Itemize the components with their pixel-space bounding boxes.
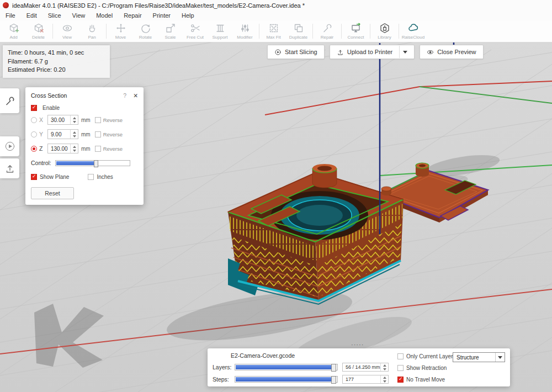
spinner-arrows[interactable]: [70, 115, 78, 124]
toolbar-separator: [341, 24, 342, 39]
axis-y-row: Y 9.00 mm Reverse: [31, 127, 138, 141]
cloud-icon: [408, 23, 419, 34]
axis-x-row: X 30.00 mm Reverse: [31, 113, 138, 127]
toolbar-separator: [399, 24, 399, 39]
scissors-icon: [190, 23, 201, 34]
preview-eye-icon: [427, 49, 434, 56]
stat-time: Time: 0 hours, 41 min, 0 sec: [8, 49, 105, 57]
structure-dropdown[interactable]: Structure: [453, 352, 505, 362]
stat-price: Estimated Price: 0.20: [8, 66, 105, 75]
reverse-x-label: Reverse: [103, 117, 123, 123]
toolbar-free-cut[interactable]: Free Cut: [183, 20, 208, 42]
spinner-arrows[interactable]: [380, 363, 388, 371]
duplicate-icon: [293, 23, 304, 34]
panel-drag-handle[interactable]: ·····: [351, 341, 364, 348]
inches-checkbox[interactable]: [88, 174, 94, 180]
menu-view[interactable]: View: [67, 12, 91, 19]
reverse-y-checkbox[interactable]: [95, 131, 101, 137]
upload-to-printer-button[interactable]: Upload to Printer: [330, 45, 415, 59]
upload-dropdown-caret[interactable]: [403, 51, 407, 54]
settings-tab[interactable]: [0, 88, 19, 113]
axis-x-value: 30.00: [48, 117, 70, 123]
toolbar-move[interactable]: Move: [108, 20, 133, 42]
spinner-arrows[interactable]: [70, 144, 78, 153]
close-preview-button[interactable]: Close Preview: [420, 45, 483, 59]
no-travel-move-checkbox[interactable]: [397, 377, 404, 383]
toolbar-library[interactable]: Library: [372, 20, 397, 42]
close-icon[interactable]: ✕: [133, 92, 138, 99]
cross-section-dialog: Cross Section ? ✕ Enable X 30.00 mm Reve…: [25, 87, 144, 205]
support-icon: [215, 23, 226, 34]
menu-help[interactable]: Help: [176, 12, 200, 19]
export-tab[interactable]: [0, 158, 19, 178]
axis-x-label: X: [39, 116, 45, 123]
spinner-arrows[interactable]: [70, 130, 78, 139]
toolbar-delete[interactable]: Delete: [26, 20, 51, 42]
show-retraction-checkbox[interactable]: [397, 365, 404, 371]
toolbar-rotate[interactable]: Rotate: [133, 20, 158, 42]
toolbar-connect[interactable]: Connect: [343, 20, 368, 42]
reset-button[interactable]: Reset: [31, 187, 74, 199]
layers-value: 56 / 14.250 mm: [343, 364, 380, 370]
dropdown-arrow[interactable]: [495, 353, 505, 362]
hexagon-library-icon: [379, 23, 390, 34]
control-slider[interactable]: [55, 160, 130, 166]
menu-edit[interactable]: Edit: [21, 12, 43, 19]
toolbar-pan[interactable]: Pan: [79, 20, 104, 42]
spinner-arrows[interactable]: [380, 375, 388, 383]
steps-value: 177: [343, 377, 380, 382]
axis-z-radio[interactable]: [31, 146, 37, 152]
enable-checkbox[interactable]: [31, 105, 37, 111]
move-arrows-icon: [115, 23, 126, 34]
upload-icon: [4, 163, 15, 174]
preview-play-tab[interactable]: [0, 136, 19, 156]
axis-y-label: Y: [39, 131, 45, 137]
sliders-icon: [240, 23, 251, 34]
dialog-title: Cross Section: [31, 92, 123, 99]
menu-slice[interactable]: Slice: [43, 12, 67, 19]
unit-label: mm: [81, 146, 91, 152]
toolbar-scale[interactable]: Scale: [158, 20, 183, 42]
toolbar-raisecloud[interactable]: RaiseCloud: [401, 20, 426, 42]
wrench-icon: [4, 96, 15, 107]
menu-file[interactable]: File: [0, 12, 21, 19]
axis-y-radio[interactable]: [31, 131, 37, 137]
axis-x-radio[interactable]: [31, 117, 37, 123]
gcode-filename: E2-Camera-Cover.gcode: [231, 352, 295, 359]
toolbar-separator: [259, 24, 259, 39]
layers-slider-handle[interactable]: [331, 364, 336, 372]
start-slicing-button[interactable]: Start Slicing: [267, 45, 325, 59]
menu-printer[interactable]: Printer: [147, 12, 176, 19]
add-cube-icon: [8, 23, 19, 34]
layers-slider[interactable]: [235, 364, 338, 370]
toolbar-view[interactable]: View: [55, 20, 79, 42]
steps-value-input[interactable]: 177: [342, 375, 389, 384]
axis-x-value-input[interactable]: 30.00: [47, 115, 78, 125]
menu-model[interactable]: Model: [91, 12, 118, 19]
help-icon[interactable]: ?: [123, 92, 126, 99]
toolbar-repair[interactable]: Repair: [315, 20, 339, 42]
control-slider-handle[interactable]: [94, 160, 98, 167]
toolbar-separator: [370, 24, 370, 39]
axis-z-row: Z 130.00 mm Reverse: [31, 141, 138, 156]
axis-z-value-input[interactable]: 130.00: [47, 144, 78, 153]
layers-value-input[interactable]: 56 / 14.250 mm: [342, 363, 389, 372]
only-current-layer-checkbox[interactable]: [397, 353, 404, 359]
reverse-x-checkbox[interactable]: [95, 117, 101, 123]
reverse-z-label: Reverse: [103, 146, 123, 152]
show-plane-checkbox[interactable]: [31, 174, 37, 180]
hand-icon: [87, 23, 98, 34]
steps-slider[interactable]: [235, 376, 338, 383]
toolbar-max-fit[interactable]: Max Fit: [261, 20, 286, 42]
reverse-z-checkbox[interactable]: [95, 146, 101, 152]
show-plane-label: Show Plane: [40, 174, 69, 180]
axis-y-value-input[interactable]: 9.00: [47, 129, 78, 139]
toolbar-add[interactable]: Add: [1, 20, 26, 42]
toolbar-modifier[interactable]: Modifier: [232, 20, 257, 42]
toolbar-support[interactable]: Support: [208, 20, 232, 42]
toolbar-separator: [312, 24, 313, 39]
show-retraction-label: Show Retraction: [406, 365, 447, 371]
menu-repair[interactable]: Repair: [118, 12, 147, 19]
toolbar-duplicate[interactable]: Duplicate: [286, 20, 311, 42]
steps-slider-handle[interactable]: [331, 376, 336, 384]
